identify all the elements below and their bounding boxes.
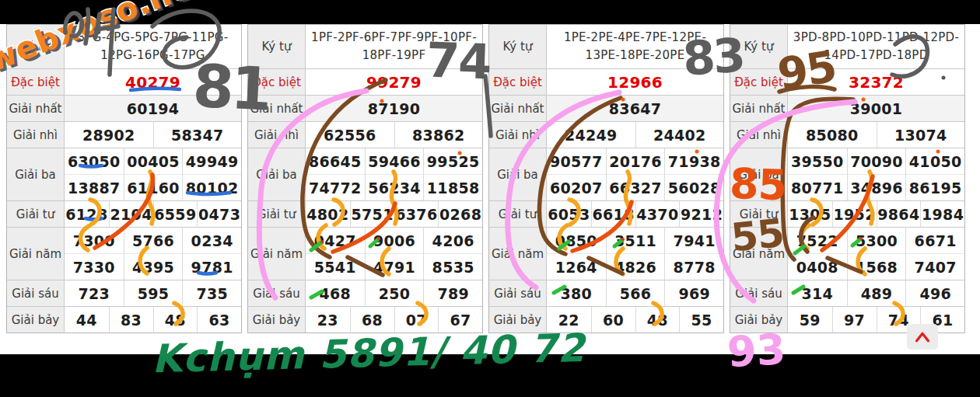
prize-cell: 49949 xyxy=(182,148,241,174)
row-label-sau: Giải sáu xyxy=(489,280,547,306)
prize-cell: 4206 xyxy=(423,228,482,253)
prize-cell: 7407 xyxy=(905,253,964,280)
row-label-tu: Giải tư xyxy=(489,201,547,227)
prize-cell: 5766 xyxy=(124,228,183,253)
row-label-dacbiet: Đặc biệt xyxy=(248,69,306,95)
scroll-to-top-button[interactable] xyxy=(907,324,938,350)
prize-cell: 07 xyxy=(394,307,439,333)
row-label-sau: Giải sáu xyxy=(248,280,306,306)
prize-cell: 4826 xyxy=(606,253,665,280)
prize-cell: 86645 xyxy=(306,148,365,174)
prize-cell: 0473 xyxy=(197,201,241,227)
row-label-tu: Giải tư xyxy=(248,201,306,227)
row-label-nhi: Giải nhì xyxy=(489,122,547,148)
prize-cell: 70090 xyxy=(847,148,906,174)
prize-cell: 9781 xyxy=(182,253,241,280)
prize-cell: 4791 xyxy=(365,253,424,280)
prize-cell: 9212 xyxy=(679,201,723,227)
prize-cell: 44 xyxy=(65,307,109,333)
prize-cell: 74772 xyxy=(306,174,365,200)
prize-cell: 39550 xyxy=(788,148,847,174)
prize-cell: 66327 xyxy=(606,174,665,200)
prize-cell: 60 xyxy=(591,307,635,333)
prize-cell: 13074 xyxy=(877,122,965,148)
row-label-nam: Giải năm xyxy=(730,228,788,280)
kytu-value: 1PE-2PE-4PE-7PE-12PE-13PE-18PE-20PE xyxy=(547,25,723,68)
prize-cell: 60207 xyxy=(547,174,606,200)
prize-cell: 11858 xyxy=(423,174,482,200)
chevron-up-icon xyxy=(912,328,933,347)
row-label-tu: Giải tư xyxy=(730,201,788,227)
prize-cell: 90577 xyxy=(547,148,606,174)
prize-cell: 63 xyxy=(197,307,241,333)
prize-cell: 99525 xyxy=(423,148,482,174)
prize-cell: 22 xyxy=(547,307,591,333)
row-label-ba: Giải ba xyxy=(489,148,547,200)
row-label-bay: Giải bảy xyxy=(730,307,788,333)
row-label-ba: Giải ba xyxy=(248,148,306,200)
row-label-nhi: Giải nhì xyxy=(7,122,65,148)
row-label-nhat: Giải nhất xyxy=(489,96,547,121)
prize-cell: 735 xyxy=(182,280,241,306)
prize-cell: 1264 xyxy=(547,253,606,280)
prize-cell: 68 xyxy=(350,307,394,333)
prize-cell: 3511 xyxy=(606,228,665,253)
prize-cell: 969 xyxy=(664,280,723,306)
prize-cell: 59466 xyxy=(365,148,424,174)
prize-cell: 60194 xyxy=(65,96,241,121)
prize-cell: 24402 xyxy=(635,122,724,148)
prize-cell: 87190 xyxy=(306,96,482,121)
row-label-bay: Giải bảy xyxy=(7,307,65,333)
prize-cell: 0850 xyxy=(547,228,606,253)
prize-cell: 48 xyxy=(635,307,680,333)
prize-cell: 6128 xyxy=(65,201,109,227)
row-label-nhat: Giải nhất xyxy=(730,96,788,121)
prize-cell: 61160 xyxy=(124,174,183,200)
prize-cell: 9864 xyxy=(877,201,921,227)
prize-cell: 6559 xyxy=(153,201,198,227)
row-label-nam: Giải năm xyxy=(248,228,306,280)
prize-cell: 468 xyxy=(306,280,365,306)
prize-cell: 6053 xyxy=(547,201,591,227)
row-label-dacbiet: Đặc biệt xyxy=(489,69,547,95)
prize-cell: 566 xyxy=(606,280,665,306)
row-label-kytu: Ký tự xyxy=(248,25,306,68)
prize-cell: 4370 xyxy=(635,201,680,227)
row-label-tu: Giải tư xyxy=(7,201,65,227)
results-tables: Ký tự 3PG-4PG-5PG-7PG-11PG-12PG-16PG-17P… xyxy=(6,24,965,333)
prize-cell: 7300 xyxy=(65,228,124,253)
prize-cell: 0427 xyxy=(306,228,365,253)
prize-cell: 1568 xyxy=(847,253,906,280)
prize-cell: 56234 xyxy=(365,174,424,200)
bottom-black-bar xyxy=(0,354,980,397)
result-table-1: Ký tự 3PG-4PG-5PG-7PG-11PG-12PG-16PG-17P… xyxy=(6,24,242,333)
prize-cell: 80102 xyxy=(182,174,241,200)
page: { "watermark": "webxoso.net", "row_label… xyxy=(0,0,980,397)
special-prize-value: 99279 xyxy=(306,69,482,95)
prize-cell: 0408 xyxy=(788,253,847,280)
kytu-value: 3PD-8PD-10PD-11PD-12PD-14PD-17PD-18PD xyxy=(788,25,964,68)
result-table-4: Ký tự 3PD-8PD-10PD-11PD-12PD-14PD-17PD-1… xyxy=(730,24,965,333)
prize-cell: 7522 xyxy=(788,228,847,253)
row-label-sau: Giải sáu xyxy=(7,280,65,306)
prize-cell: 58347 xyxy=(153,122,242,148)
row-label-nhi: Giải nhì xyxy=(248,122,306,148)
row-label-nhi: Giải nhì xyxy=(730,122,788,148)
prize-cell: 83862 xyxy=(394,122,483,148)
kytu-value: 1PF-2PF-6PF-7PF-9PF-10PF-18PF-19PF xyxy=(306,25,482,68)
prize-cell: 789 xyxy=(423,280,482,306)
prize-cell: 6376 xyxy=(394,201,439,227)
prize-cell: 1984 xyxy=(920,201,964,227)
special-prize-value: 40279 xyxy=(65,69,241,95)
prize-cell: 0268 xyxy=(438,201,482,227)
row-label-nam: Giải năm xyxy=(489,228,547,280)
prize-cell: 4802 xyxy=(306,201,350,227)
row-label-nhat: Giải nhất xyxy=(248,96,306,121)
prize-cell: 13887 xyxy=(65,174,124,200)
prize-cell: 28902 xyxy=(65,122,153,148)
row-label-bay: Giải bảy xyxy=(248,307,306,333)
prize-cell: 380 xyxy=(547,280,606,306)
prize-cell: 7941 xyxy=(664,228,723,253)
prize-cell: 20176 xyxy=(606,148,665,174)
special-prize-value: 12966 xyxy=(547,69,723,95)
